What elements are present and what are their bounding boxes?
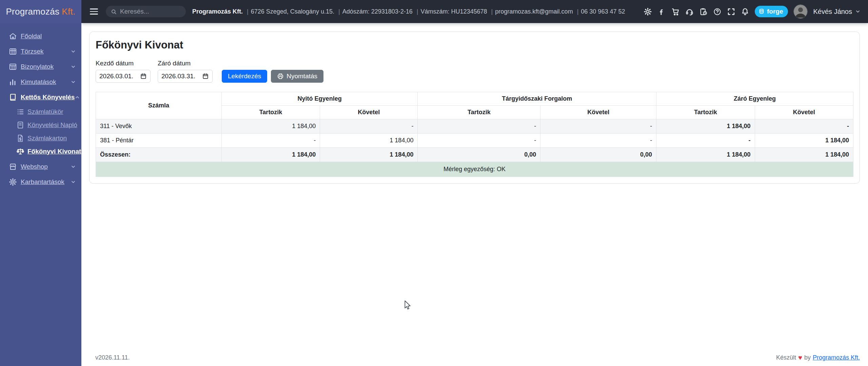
sidebar-item-label: Számlatükör xyxy=(27,108,63,116)
value-cell: 1 184,00 xyxy=(221,119,320,134)
total-cell: 1 184,00 xyxy=(320,148,418,162)
sidebar-item-fooldal[interactable]: Főoldal xyxy=(0,28,81,44)
menu-toggle-icon[interactable] xyxy=(90,8,98,15)
sidebar-item-konyvelesi-naplo[interactable]: Könyvelési Napló xyxy=(0,118,81,131)
company-name: Programozás Kft. xyxy=(192,8,243,15)
company-vat-number: Vámszám: HU12345678 xyxy=(420,8,487,15)
avatar[interactable] xyxy=(793,4,808,19)
col-header-credit: Követel xyxy=(320,106,418,119)
sidebar-item-label: Bizonylatok xyxy=(21,63,54,70)
cart-icon[interactable] xyxy=(671,7,680,16)
company-phone: 06 30 963 47 52 xyxy=(581,8,625,15)
query-form: Kezdő dátum Záró dátum Lekér xyxy=(96,60,853,83)
value-cell: 1 184,00 xyxy=(755,134,853,148)
brand-suffix: Kft. xyxy=(62,6,75,17)
bar-chart-icon xyxy=(9,78,17,86)
sidebar-item-webshop[interactable]: Webshop xyxy=(0,159,81,174)
user-name: Kévés János xyxy=(813,8,852,16)
bell-notifications-icon[interactable] xyxy=(741,7,749,16)
fullscreen-icon[interactable] xyxy=(727,7,735,16)
account-cell: 381 - Péntár xyxy=(96,134,222,148)
store-icon xyxy=(9,163,17,171)
value-cell: - xyxy=(221,134,320,148)
sidebar-item-fokonyvi-kivonat[interactable]: Főkönyvi Kivonat xyxy=(0,145,81,158)
calendar-icon[interactable] xyxy=(140,73,147,80)
value-cell: - xyxy=(418,134,540,148)
sidebar-item-szamlakarton[interactable]: Számlakarton xyxy=(0,131,81,145)
sidebar-item-szamlatukor[interactable]: Számlatükör xyxy=(0,105,81,118)
total-cell: 1 184,00 xyxy=(656,148,755,162)
file-invoice-dollar-icon xyxy=(16,134,24,142)
print-button[interactable]: Nyomtatás xyxy=(271,70,323,83)
value-cell: - xyxy=(540,119,656,134)
forge-badge[interactable]: forge xyxy=(755,6,788,17)
table-row: 311 - Vevők 1 184,00 - - - 1 184,00 - xyxy=(96,119,853,134)
company-email: programozas.kft@gmail.com xyxy=(495,8,573,15)
search-icon xyxy=(111,8,117,15)
app-version: v2026.11.11. xyxy=(95,354,130,361)
settings-gear-icon[interactable] xyxy=(644,7,652,16)
col-header-account: Számla xyxy=(96,92,222,119)
start-date-input[interactable] xyxy=(99,73,140,80)
query-button[interactable]: Lekérdezés xyxy=(222,70,267,83)
columns-icon xyxy=(9,47,17,56)
sidebar-item-karbantartasok[interactable]: Karbantartások xyxy=(0,174,81,189)
value-cell: - xyxy=(320,119,418,134)
search-input[interactable] xyxy=(120,8,181,15)
value-cell: - xyxy=(540,134,656,148)
value-cell: - xyxy=(656,134,755,148)
total-row: Összesen: 1 184,00 1 184,00 0,00 0,00 1 … xyxy=(96,148,853,162)
col-header-credit: Követel xyxy=(755,106,853,119)
sidebar-item-bizonylatok[interactable]: Bizonylatok xyxy=(0,59,81,74)
ledger-table: Számla Nyitó Egyenleg Tárgyidőszaki Forg… xyxy=(96,92,853,177)
sidebar-item-label: Főkönyvi Kivonat xyxy=(27,148,81,155)
gear-icon xyxy=(9,178,17,186)
search-box xyxy=(106,6,186,17)
sidebar-item-label: Kimutatások xyxy=(21,78,56,86)
calendar-icon[interactable] xyxy=(202,73,209,80)
end-date-label: Záró dátum xyxy=(158,60,213,67)
facebook-icon[interactable] xyxy=(657,7,666,16)
chevron-down-icon xyxy=(71,179,76,185)
sidebar-item-label: Karbantartások xyxy=(21,178,64,186)
start-date-label: Kezdő dátum xyxy=(96,60,151,67)
value-cell: - xyxy=(755,119,853,134)
sidebar-item-kimutatasok[interactable]: Kimutatások xyxy=(0,74,81,89)
sidebar-item-torzsek[interactable]: Törzsek xyxy=(0,44,81,59)
footer-credit: Készült ♥ by Programozás Kft. xyxy=(776,354,860,362)
sidebar: Programozás Kft. Főoldal Törzsek Bizonyl… xyxy=(0,0,81,366)
chevron-down-icon xyxy=(71,164,76,169)
company-address: 6726 Szeged, Csalogány u.15. xyxy=(251,8,334,15)
group-header-opening: Nyitó Egyenleg xyxy=(221,92,418,106)
table-icon xyxy=(9,63,17,71)
app-logo[interactable]: Programozás Kft. xyxy=(0,0,81,23)
ledger-card: Főkönyvi Kivonat Kezdő dátum Záró dátum xyxy=(89,32,860,184)
col-header-debit: Tartozik xyxy=(221,106,320,119)
total-cell: 0,00 xyxy=(418,148,540,162)
heart-icon: ♥ xyxy=(798,354,802,362)
sidebar-item-label: Könyvelési Napló xyxy=(27,121,77,129)
account-cell: 311 - Vevők xyxy=(96,119,222,134)
headset-support-icon[interactable] xyxy=(685,7,694,16)
journal-icon xyxy=(16,121,24,129)
total-cell: 0,00 xyxy=(540,148,656,162)
company-info: Programozás Kft. |6726 Szeged, Csalogány… xyxy=(192,8,625,15)
database-icon xyxy=(758,8,765,15)
forge-label: forge xyxy=(767,8,783,15)
sidebar-nav: Főoldal Törzsek Bizonylatok Kimutatások xyxy=(0,23,81,189)
clipboard-clock-icon[interactable] xyxy=(699,7,708,16)
group-header-closing: Záró Egyenleg xyxy=(656,92,853,106)
value-cell: 1 184,00 xyxy=(656,119,755,134)
footer: v2026.11.11. Készült ♥ by Programozás Kf… xyxy=(95,354,860,362)
end-date-input[interactable] xyxy=(161,73,202,80)
chevron-down-icon xyxy=(71,49,76,54)
company-tax-number: Adószám: 22931803-2-16 xyxy=(342,8,413,15)
sidebar-item-kettos-konyveles[interactable]: Kettős Könyvelés xyxy=(0,89,81,105)
footer-company-link[interactable]: Programozás Kft. xyxy=(813,354,860,361)
topbar-actions: forge Kévés János xyxy=(644,4,861,19)
total-cell: 1 184,00 xyxy=(221,148,320,162)
total-cell: 1 184,00 xyxy=(755,148,853,162)
table-row: 381 - Péntár - 1 184,00 - - - 1 184,00 xyxy=(96,134,853,148)
user-menu[interactable]: Kévés János xyxy=(813,8,861,16)
help-icon[interactable] xyxy=(713,7,722,16)
